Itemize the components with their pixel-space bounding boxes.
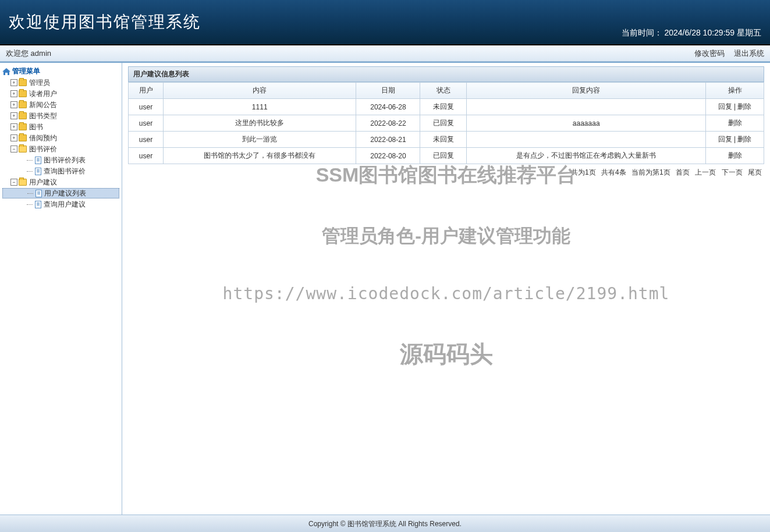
sidebar-item-label: 图书类型 — [29, 111, 57, 121]
folder-icon — [19, 79, 27, 86]
tree-line-icon — [27, 168, 34, 175]
collapse-icon[interactable]: − — [10, 146, 17, 152]
cell-content: 1111 — [164, 99, 356, 115]
topbar-actions: 修改密码 退出系统 — [687, 48, 764, 59]
sidebar-subitem-label: 用户建议列表 — [44, 189, 86, 198]
cell-user: user — [129, 99, 164, 115]
sidebar-item-5[interactable]: +借阅预约 — [2, 133, 119, 143]
cell-user: user — [129, 115, 164, 132]
sidebar-item-label: 借阅预约 — [29, 133, 57, 143]
expand-icon[interactable]: + — [10, 101, 17, 108]
folder-icon — [19, 112, 27, 119]
cell-ops: 回复 | 删除 — [706, 132, 764, 148]
cell-user: user — [129, 148, 164, 164]
sidebar-subitem-label: 查询用户建议 — [44, 200, 86, 210]
suggestion-table: 用户内容日期状态回复内容操作 user11112024-06-28未回复回复 |… — [128, 82, 764, 164]
folder-icon — [19, 90, 27, 97]
sidebar-subitem-6-1[interactable]: 查询图书评价 — [2, 166, 119, 176]
sidebar-item-label: 图书 — [29, 122, 43, 132]
cell-ops: 回复 | 删除 — [706, 99, 764, 115]
tree-root[interactable]: 管理菜单 — [2, 66, 119, 76]
page-next[interactable]: 下一页 — [722, 168, 743, 176]
watermark: SSM图书馆图书在线推荐平台 管理员角色-用户建议管理功能 https://ww… — [122, 162, 770, 370]
collapse-icon[interactable]: − — [10, 179, 17, 186]
delete-button[interactable]: 删除 — [737, 135, 751, 143]
page-total-pages: 共为1页 — [571, 168, 596, 176]
reply-button[interactable]: 回复 — [718, 102, 732, 111]
sidebar-subitem-7-1[interactable]: 查询用户建议 — [2, 199, 119, 210]
sidebar-item-7[interactable]: −用户建议 — [2, 177, 119, 187]
table-row: user图书馆的书太少了，有很多书都没有2022-08-20已回复是有点少，不过… — [129, 148, 764, 164]
cell-user: user — [129, 132, 164, 148]
cell-date: 2022-08-22 — [356, 115, 420, 132]
page-last[interactable]: 尾页 — [748, 168, 762, 176]
delete-button[interactable]: 删除 — [728, 119, 742, 127]
table-row: user这里的书比较多2022-08-22已回复aaaaaaa删除 — [129, 115, 764, 132]
cell-status: 未回复 — [420, 132, 467, 148]
table-header-5: 操作 — [706, 83, 764, 99]
table-header-4: 回复内容 — [467, 83, 706, 99]
sidebar-subitem-label: 查询图书评价 — [44, 166, 86, 176]
cell-date: 2022-08-20 — [356, 148, 420, 164]
sidebar-subitem-7-0[interactable]: 用户建议列表 — [2, 188, 119, 198]
cell-date: 2022-08-21 — [356, 132, 420, 148]
page-icon — [35, 201, 41, 208]
delete-button[interactable]: 删除 — [737, 102, 751, 111]
cell-reply: aaaaaaa — [467, 115, 706, 132]
tree-line-icon — [27, 157, 34, 164]
sidebar-item-1[interactable]: +读者用户 — [2, 88, 119, 99]
page-prev[interactable]: 上一页 — [695, 168, 716, 176]
topbar: 欢迎您 admin 修改密码 退出系统 — [0, 45, 770, 62]
cell-content: 图书馆的书太少了，有很多书都没有 — [164, 148, 356, 164]
cell-ops: 删除 — [706, 148, 764, 164]
current-time: 当前时间： 2024/6/28 10:29:59 星期五 — [622, 28, 761, 38]
logout-link[interactable]: 退出系统 — [734, 49, 764, 58]
pagination: 共为1页 共有4条 当前为第1页 首页 上一页 下一页 尾页 — [128, 164, 764, 181]
sidebar-subitem-label: 图书评价列表 — [44, 155, 86, 165]
sidebar-item-label: 新闻公告 — [29, 100, 57, 110]
sidebar-item-4[interactable]: +图书 — [2, 122, 119, 132]
sidebar-item-6[interactable]: −图书评价 — [2, 144, 119, 154]
folder-icon — [19, 179, 27, 186]
expand-icon[interactable]: + — [10, 112, 17, 119]
tree-line-icon — [27, 190, 34, 197]
expand-icon[interactable]: + — [10, 90, 17, 97]
cell-status: 未回复 — [420, 99, 467, 115]
sidebar-item-2[interactable]: +新闻公告 — [2, 100, 119, 110]
cell-reply — [467, 132, 706, 148]
change-password-link[interactable]: 修改密码 — [694, 49, 725, 58]
panel-title: 用户建议信息列表 — [128, 66, 764, 82]
cell-date: 2024-06-28 — [356, 99, 420, 115]
folder-icon — [19, 146, 27, 152]
reply-button[interactable]: 回复 — [718, 135, 732, 143]
footer: Copyright © 图书馆管理系统 All Rights Reserved. — [0, 515, 770, 532]
home-icon — [2, 68, 10, 75]
page-first[interactable]: 首页 — [676, 168, 690, 176]
table-header-2: 日期 — [356, 83, 420, 99]
sidebar-subitem-6-0[interactable]: 图书评价列表 — [2, 155, 119, 165]
sidebar-item-3[interactable]: +图书类型 — [2, 111, 119, 121]
sidebar-item-label: 用户建议 — [29, 178, 57, 187]
sidebar-item-0[interactable]: +管理员 — [2, 77, 119, 88]
expand-icon[interactable]: + — [10, 79, 17, 86]
sidebar-item-label: 图书评价 — [29, 144, 57, 154]
table-row: user11112024-06-28未回复回复 | 删除 — [129, 99, 764, 115]
welcome-text: 欢迎您 admin — [6, 48, 51, 59]
page-total-items: 共有4条 — [601, 168, 626, 176]
cell-status: 已回复 — [420, 148, 467, 164]
page-current: 当前为第1页 — [631, 168, 670, 176]
app-title: 欢迎使用图书馆管理系统 — [9, 11, 201, 33]
expand-icon[interactable]: + — [10, 134, 17, 141]
cell-content: 这里的书比较多 — [164, 115, 356, 132]
sidebar-item-label: 管理员 — [29, 78, 50, 88]
page-icon — [35, 168, 41, 175]
folder-icon — [19, 101, 27, 108]
table-header-3: 状态 — [420, 83, 467, 99]
expand-icon[interactable]: + — [10, 123, 17, 130]
delete-button[interactable]: 删除 — [728, 151, 742, 159]
tree-root-label: 管理菜单 — [12, 66, 40, 76]
folder-icon — [19, 123, 27, 130]
sidebar: 管理菜单 +管理员+读者用户+新闻公告+图书类型+图书+借阅预约−图书评价图书评… — [0, 63, 122, 515]
cell-status: 已回复 — [420, 115, 467, 132]
cell-reply: 是有点少，不过图书馆正在考虑购入大量新书 — [467, 148, 706, 164]
